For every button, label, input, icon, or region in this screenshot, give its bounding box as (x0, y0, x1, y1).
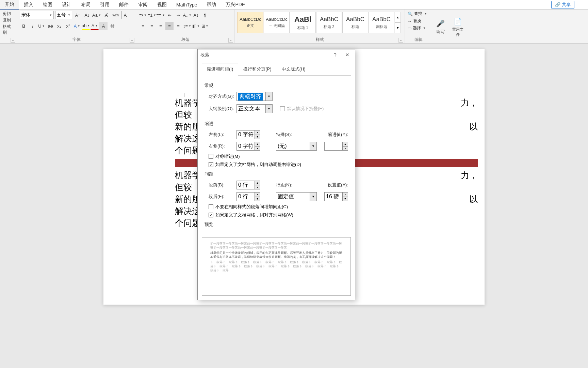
special-combo[interactable]: (无) ▼ (276, 142, 317, 151)
spinner-down-icon[interactable]: ▼ (342, 197, 348, 201)
align-right-icon[interactable]: ≡ (157, 22, 165, 30)
style-heading2[interactable]: AaBbC 标题 2 (316, 12, 342, 33)
find-button[interactable]: 🔍查找▼ (408, 11, 429, 17)
align-left-icon[interactable]: ≡ (139, 22, 147, 30)
italic-icon[interactable]: I (29, 22, 37, 30)
superscript-icon[interactable]: x² (64, 22, 72, 30)
spinner-up-icon[interactable]: ▲ (255, 131, 260, 135)
tab-help[interactable]: 帮助 (202, 0, 221, 9)
spinner-up-icon[interactable]: ▲ (255, 181, 260, 185)
font-color-icon[interactable]: A▼ (91, 22, 99, 30)
font-size-combo[interactable]: 五号▼ (55, 11, 72, 19)
tab-indents[interactable]: 缩进和间距(I) (202, 63, 238, 76)
tab-references[interactable]: 引用 (95, 0, 114, 9)
same-style-spacing-checkbox[interactable] (209, 204, 213, 209)
bullets-icon[interactable]: ≡•▼ (139, 11, 147, 19)
help-icon[interactable]: ? (330, 50, 340, 60)
align-justify-icon[interactable]: ≡ (165, 22, 174, 30)
decrease-indent-icon[interactable]: ⇤ (165, 11, 174, 19)
tab-linebreaks[interactable]: 换行和分页(P) (238, 63, 276, 75)
spinner-up-icon[interactable]: ▲ (342, 193, 348, 197)
change-case-icon[interactable]: Aa▼ (93, 11, 101, 19)
tab-mailings[interactable]: 邮件 (114, 0, 133, 9)
space-before-spinner[interactable]: 0 行 ▲▼ (236, 181, 260, 189)
dictate-group[interactable]: 🎤 听写 (432, 10, 449, 43)
spinner-down-icon[interactable]: ▼ (255, 185, 260, 189)
reuse-group[interactable]: 📄 重用文件 (449, 10, 466, 43)
clipboard-launcher[interactable]: ⌐ (11, 38, 15, 43)
tab-layout[interactable]: 布局 (76, 0, 95, 9)
grow-font-icon[interactable]: A↑ (74, 11, 82, 19)
styles-up-icon[interactable]: ▲ (395, 12, 401, 22)
close-icon[interactable]: ✕ (343, 50, 352, 60)
tab-mathtype[interactable]: MathType (172, 1, 202, 9)
tab-asian[interactable]: 中文版式(H) (277, 63, 311, 75)
cut-button[interactable]: 剪切 (3, 11, 14, 17)
underline-icon[interactable]: U▼ (37, 22, 46, 30)
format-painter-button[interactable]: 格式刷 (3, 24, 14, 35)
tab-review[interactable]: 审阅 (133, 0, 152, 9)
numbering-icon[interactable]: ≡1▼ (148, 11, 156, 19)
tab-insert[interactable]: 插入 (19, 0, 38, 9)
mirror-indent-checkbox[interactable] (209, 154, 213, 159)
copy-button[interactable]: 复制 (3, 17, 14, 23)
style-subtitle[interactable]: AaBbC 副标题 (369, 12, 394, 33)
shading-icon[interactable]: ◧▼ (192, 22, 200, 30)
highlight-icon[interactable]: ab▼ (82, 22, 90, 30)
style-title[interactable]: AaBbC 标题 (342, 12, 368, 33)
shrink-font-icon[interactable]: A↓ (83, 11, 91, 19)
outline-combo[interactable]: 正文文本 ▼ (236, 104, 273, 113)
show-marks-icon[interactable]: ¶ (201, 11, 209, 19)
replace-button[interactable]: ↔替换 (408, 18, 429, 24)
styles-launcher[interactable]: ⌐ (398, 38, 403, 43)
font-launcher[interactable]: ⌐ (130, 38, 134, 43)
indent-right-spinner[interactable]: 0 字符 ▲▼ (236, 142, 260, 151)
indent-left-spinner[interactable]: 0 字符 ▲▼ (236, 130, 260, 139)
chevron-down-icon[interactable]: ▼ (265, 105, 272, 113)
borders-icon[interactable]: ⊞▼ (201, 22, 209, 30)
linespacing-combo[interactable]: 固定值 ▼ (276, 192, 317, 201)
line-spacing-icon[interactable]: ↕≡▼ (183, 22, 191, 30)
char-border-icon[interactable]: A (121, 11, 129, 19)
style-normal[interactable]: AaBbCcDc 正文 (238, 12, 263, 33)
align-center-icon[interactable]: ≡ (148, 22, 156, 30)
clear-format-icon[interactable]: A̸ (102, 11, 110, 19)
share-button[interactable]: 🔗 共享 (551, 1, 574, 9)
bold-icon[interactable]: B (20, 22, 28, 30)
spinner-down-icon[interactable]: ▼ (255, 147, 260, 151)
indentby-spinner[interactable]: ▲▼ (324, 142, 348, 151)
spinner-down-icon[interactable]: ▼ (255, 197, 260, 201)
tab-view[interactable]: 视图 (152, 0, 172, 9)
enclose-char-icon[interactable]: ㊞ (108, 22, 116, 30)
tab-home[interactable]: 开始 (0, 0, 19, 10)
tab-draw[interactable]: 绘图 (38, 0, 57, 9)
text-effects-icon[interactable]: A▼ (73, 22, 81, 30)
strike-icon[interactable]: ab̶ (46, 22, 54, 30)
chevron-down-icon[interactable]: ▼ (265, 92, 272, 101)
ruler-indent-mark[interactable] (184, 93, 186, 97)
at-spinner[interactable]: 16 磅 ▲▼ (324, 192, 348, 201)
spinner-down-icon[interactable]: ▼ (255, 135, 260, 139)
snap-grid-checkbox[interactable] (209, 213, 213, 217)
multilevel-icon[interactable]: ≡≡▼ (157, 11, 165, 19)
spinner-up-icon[interactable]: ▲ (255, 142, 260, 147)
font-name-combo[interactable]: 宋体▼ (20, 11, 54, 19)
styles-more-icon[interactable]: ▼ (395, 22, 401, 33)
spinner-up-icon[interactable]: ▲ (255, 193, 260, 197)
alignment-combo[interactable]: 两端对齐 ▼ (236, 92, 273, 101)
chevron-down-icon[interactable]: ▼ (310, 142, 316, 150)
asian-layout-icon[interactable]: A↕ (192, 11, 200, 19)
subscript-icon[interactable]: x₂ (55, 22, 63, 30)
auto-right-indent-checkbox[interactable] (209, 162, 213, 167)
increase-indent-icon[interactable]: ⇥ (174, 11, 182, 19)
space-after-spinner[interactable]: 0 行 ▲▼ (236, 192, 260, 201)
phonetic-icon[interactable]: wén (112, 11, 120, 19)
tab-design[interactable]: 设计 (57, 0, 76, 9)
spinner-down-icon[interactable]: ▼ (342, 147, 348, 151)
paragraph-launcher[interactable]: ⌐ (228, 38, 233, 43)
tab-wanxingpdf[interactable]: 万兴PDF (221, 0, 249, 9)
char-shading-icon[interactable]: A (99, 22, 108, 30)
chevron-down-icon[interactable]: ▼ (310, 193, 316, 201)
spinner-up-icon[interactable]: ▲ (342, 142, 348, 147)
style-heading1[interactable]: AaBl 标题 1 (290, 12, 316, 33)
